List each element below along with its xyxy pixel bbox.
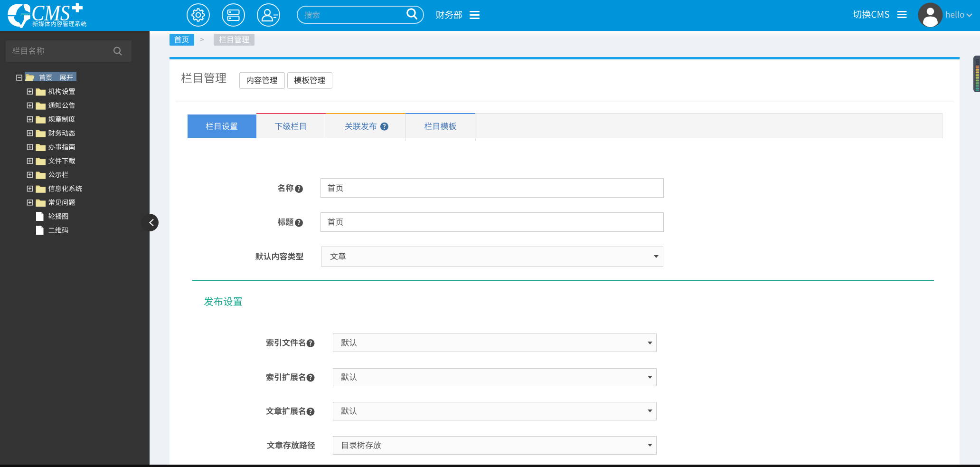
svg-text:power: power bbox=[20, 12, 31, 16]
svg-text:CMS: CMS bbox=[31, 1, 70, 25]
